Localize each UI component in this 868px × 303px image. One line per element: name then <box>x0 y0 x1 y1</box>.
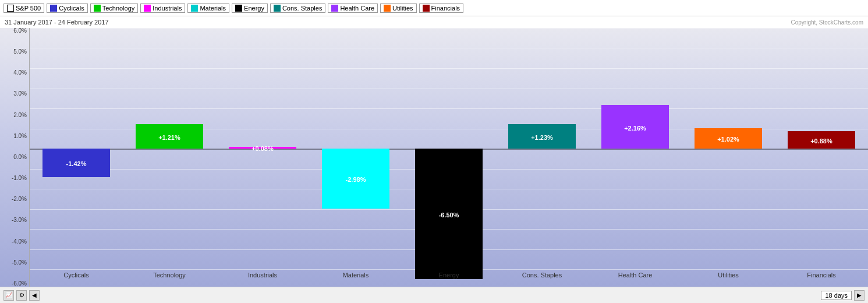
sector-col-industrials: +0.08% <box>216 28 309 269</box>
chart-area: 6.0%5.0%4.0%3.0%2.0%1.0%0.0%-1.0%-2.0%-3… <box>0 28 868 287</box>
legend-item-industrials[interactable]: Industrials <box>140 3 185 13</box>
legend-label-energy: Energy <box>244 5 264 12</box>
bar-label-financials: +0.88% <box>775 138 868 145</box>
x-label-industrials: Industrials <box>216 269 309 287</box>
legend-item-cons_staples[interactable]: Cons. Staples <box>270 3 325 13</box>
legend-swatch-technology <box>94 5 101 12</box>
x-labels: CyclicalsTechnologyIndustrialsMaterialsE… <box>30 269 868 287</box>
legend-label-cons_staples: Cons. Staples <box>282 5 322 12</box>
legend-swatch-energy <box>235 5 242 12</box>
legend-label-healthcare: Health Care <box>340 5 374 12</box>
legend-swatch-financials <box>423 5 430 12</box>
bar-label-technology: +1.21% <box>123 134 216 141</box>
legend-item-financials[interactable]: Financials <box>419 3 464 13</box>
settings-icon[interactable]: ⚙ <box>16 290 27 301</box>
legend-label-cyclicals: Cyclicals <box>59 5 84 12</box>
bar-label-cons.-staples: +1.23% <box>495 134 589 141</box>
legend-label-financials: Financials <box>431 5 460 12</box>
bar-label-health-care: +2.16% <box>589 125 682 132</box>
legend-item-technology[interactable]: Technology <box>90 3 139 13</box>
chart-container: S&P 500CyclicalsTechnologyIndustrialsMat… <box>0 0 868 303</box>
sector-col-energy: -6.50% <box>402 28 495 269</box>
bar-label-cyclicals: -1.42% <box>30 160 123 167</box>
y-label-11: -5.0% <box>0 260 29 266</box>
x-label-energy: Energy <box>402 269 495 287</box>
legend-swatch-industrials <box>144 5 151 12</box>
y-axis: 6.0%5.0%4.0%3.0%2.0%1.0%0.0%-1.0%-2.0%-3… <box>0 28 29 287</box>
plot-area: -1.42%+1.21%+0.08%-2.98%-6.50%+1.23%+2.1… <box>29 28 868 287</box>
y-label-8: -2.0% <box>0 196 29 202</box>
x-label-technology: Technology <box>123 269 216 287</box>
legend-item-healthcare[interactable]: Health Care <box>328 3 378 13</box>
bar-label-utilities: +1.02% <box>682 136 775 143</box>
inner-chart: -1.42%+1.21%+0.08%-2.98%-6.50%+1.23%+2.1… <box>30 28 868 269</box>
y-label-7: -1.0% <box>0 175 29 181</box>
bottom-right-controls: 18 days ▶ <box>821 290 865 301</box>
legend-label-industrials: Industrials <box>153 5 182 12</box>
legend-label-technology: Technology <box>102 5 135 12</box>
legend-swatch-materials <box>191 5 198 12</box>
legend-item-cyclicals[interactable]: Cyclicals <box>47 3 87 13</box>
legend-swatch-cons_staples <box>274 5 281 12</box>
x-label-health-care: Health Care <box>589 269 682 287</box>
y-label-3: 3.0% <box>0 91 29 97</box>
sector-col-cyclicals: -1.42% <box>30 28 123 269</box>
legend-item-utilities[interactable]: Utilities <box>380 3 416 13</box>
x-label-utilities: Utilities <box>682 269 775 287</box>
y-label-10: -4.0% <box>0 239 29 245</box>
y-label-5: 1.0% <box>0 133 29 139</box>
bottom-toolbar: 📈 ⚙ ◀ 18 days ▶ <box>0 287 868 303</box>
chart-icon[interactable]: 📈 <box>3 290 14 301</box>
y-label-6: 0.0% <box>0 154 29 160</box>
legend-bar: S&P 500CyclicalsTechnologyIndustrialsMat… <box>0 0 868 16</box>
x-label-materials: Materials <box>309 269 402 287</box>
sector-col-financials: +0.88% <box>775 28 868 269</box>
prev-button[interactable]: ◀ <box>29 290 40 301</box>
bottom-left-controls: 📈 ⚙ ◀ <box>3 290 40 301</box>
legend-item-materials[interactable]: Materials <box>187 3 229 13</box>
y-label-9: -3.0% <box>0 217 29 223</box>
date-range-bar: 31 January 2017 - 24 February 2017 Copyr… <box>0 16 868 28</box>
next-button[interactable]: ▶ <box>854 290 865 301</box>
y-label-4: 2.0% <box>0 112 29 118</box>
bar-label-materials: -2.98% <box>309 176 402 183</box>
y-label-12: -6.0% <box>0 281 29 287</box>
legend-item-sp500[interactable]: S&P 500 <box>3 3 44 13</box>
legend-label-utilities: Utilities <box>392 5 413 12</box>
legend-swatch-utilities <box>384 5 391 12</box>
legend-item-energy[interactable]: Energy <box>232 3 268 13</box>
bar-label-industrials: +0.08% <box>216 145 309 152</box>
x-label-cons.-staples: Cons. Staples <box>495 269 589 287</box>
x-label-financials: Financials <box>775 269 868 287</box>
days-selector[interactable]: 18 days <box>821 291 852 300</box>
legend-label-materials: Materials <box>200 5 226 12</box>
x-label-cyclicals: Cyclicals <box>30 269 123 287</box>
sector-col-health-care: +2.16% <box>589 28 682 269</box>
legend-swatch-cyclicals <box>50 5 57 12</box>
y-label-2: 4.0% <box>0 70 29 76</box>
sector-col-utilities: +1.02% <box>682 28 775 269</box>
date-range-label: 31 January 2017 - 24 February 2017 <box>5 19 109 26</box>
bar-label-energy: -6.50% <box>402 212 495 219</box>
sector-col-technology: +1.21% <box>123 28 216 269</box>
sector-col-cons.-staples: +1.23% <box>495 28 589 269</box>
y-label-0: 6.0% <box>0 28 29 34</box>
copyright-label: Copyright, StockCharts.com <box>791 19 864 26</box>
legend-label-sp500: S&P 500 <box>16 5 41 12</box>
y-label-1: 5.0% <box>0 49 29 55</box>
legend-swatch-healthcare <box>331 5 338 12</box>
legend-swatch-sp500 <box>7 5 14 12</box>
sector-col-materials: -2.98% <box>309 28 402 269</box>
